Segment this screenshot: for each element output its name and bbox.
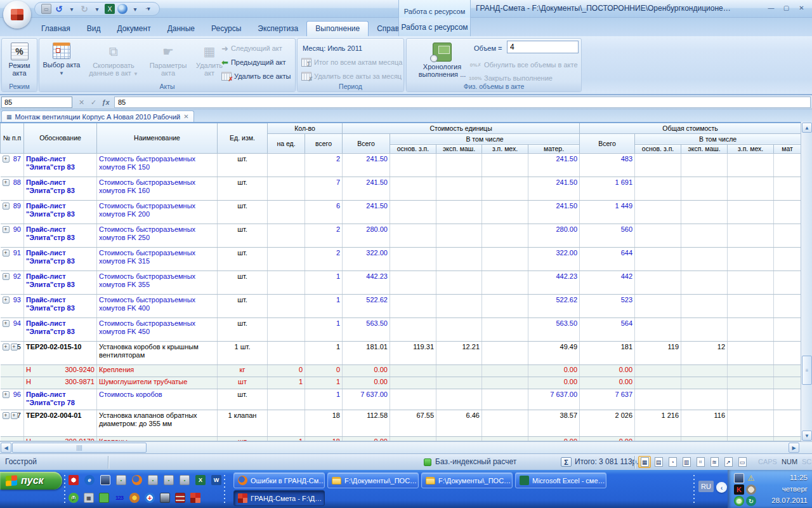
per-unit-cell[interactable] bbox=[268, 247, 305, 271]
row-total-cell[interactable]: 1 449 bbox=[580, 200, 635, 224]
qty-cell[interactable]: 1 bbox=[305, 318, 343, 341]
name-cell[interactable]: Стоимость коробов bbox=[97, 389, 218, 410]
expand-plus-icon[interactable]: + bbox=[3, 156, 10, 163]
estimate-view-icon[interactable]: ▦ bbox=[638, 456, 651, 468]
machines-cell[interactable] bbox=[436, 318, 482, 341]
drive-icon[interactable]: ▪ bbox=[164, 475, 174, 485]
total-mech-salary-cell[interactable] bbox=[728, 364, 774, 377]
row-total-cell[interactable]: 181 bbox=[580, 341, 635, 364]
base-salary-cell[interactable] bbox=[390, 318, 436, 341]
total-machines-cell[interactable] bbox=[681, 247, 728, 271]
machines-cell[interactable] bbox=[436, 200, 482, 224]
speaker-icon[interactable] bbox=[746, 485, 756, 495]
month-total-button[interactable]: Σ Итог по всем актам месяца bbox=[301, 56, 402, 69]
drive-icon[interactable]: ▪ bbox=[148, 475, 158, 485]
total-base-salary-cell[interactable] bbox=[635, 389, 681, 410]
tray-collapse-icon[interactable]: ‹ bbox=[716, 482, 727, 493]
base-salary-cell[interactable] bbox=[390, 153, 436, 177]
machines-cell[interactable] bbox=[436, 153, 482, 177]
base-salary-cell[interactable] bbox=[390, 389, 436, 410]
unit-price-cell[interactable]: 241.50 bbox=[343, 177, 390, 200]
expand-plus-icon[interactable]: + bbox=[3, 203, 10, 210]
mech-salary-cell[interactable] bbox=[482, 341, 528, 364]
materials-cell[interactable]: 241.50 bbox=[528, 200, 580, 224]
total-machines-cell[interactable] bbox=[681, 271, 728, 294]
total-materials-cell[interactable] bbox=[774, 224, 801, 247]
name-cell[interactable]: Шумоглушители трубчатые bbox=[97, 377, 218, 389]
total-base-salary-cell[interactable] bbox=[635, 271, 681, 294]
cancel-icon[interactable]: ✕ bbox=[76, 97, 87, 107]
unit-cell[interactable]: шт bbox=[218, 377, 268, 389]
total-materials-cell[interactable] bbox=[774, 341, 801, 364]
mech-salary-cell[interactable] bbox=[482, 410, 528, 436]
unit-cell[interactable]: шт. bbox=[218, 153, 268, 177]
unit-price-cell[interactable]: 280.00 bbox=[343, 224, 390, 247]
row-total-cell[interactable]: 7 637 bbox=[580, 389, 635, 410]
kaspersky-icon[interactable]: K bbox=[734, 485, 744, 495]
minimize-icon[interactable]: — bbox=[764, 3, 778, 13]
unit-price-cell[interactable]: 563.50 bbox=[343, 318, 390, 341]
expand-plus-icon[interactable]: + bbox=[3, 273, 10, 280]
language-indicator[interactable]: RU bbox=[698, 481, 714, 492]
unit-cell[interactable]: шт. bbox=[218, 247, 268, 271]
unit-cell[interactable]: шт. bbox=[218, 200, 268, 224]
mech-salary-cell[interactable] bbox=[482, 294, 528, 318]
preview-globe-icon[interactable] bbox=[117, 4, 128, 14]
machines-cell[interactable] bbox=[436, 436, 482, 441]
phone-icon[interactable] bbox=[99, 493, 109, 503]
justification-cell[interactable]: ТЕР20-02-004-01 bbox=[24, 410, 97, 436]
chronology-button[interactable]: Хронология выполнения ... bbox=[410, 41, 474, 82]
materials-cell[interactable]: 442.23 bbox=[528, 271, 580, 294]
display-icon[interactable] bbox=[734, 473, 744, 483]
per-unit-cell[interactable] bbox=[268, 410, 305, 436]
total-base-salary-cell[interactable] bbox=[635, 177, 681, 200]
customize-icon[interactable]: ⸱▾ bbox=[143, 4, 153, 14]
total-machines-cell[interactable] bbox=[681, 318, 728, 341]
materials-cell[interactable]: 49.49 bbox=[528, 341, 580, 364]
total-mech-salary-cell[interactable] bbox=[728, 271, 774, 294]
total-mech-salary-cell[interactable] bbox=[728, 200, 774, 224]
justification-cell[interactable]: Прайс-лист"Элита"стр 83 bbox=[24, 271, 97, 294]
qty-cell[interactable]: 1 bbox=[305, 271, 343, 294]
mech-salary-cell[interactable] bbox=[482, 318, 528, 341]
qty-cell[interactable]: 2 bbox=[305, 153, 343, 177]
total-mech-salary-cell[interactable] bbox=[728, 294, 774, 318]
total-materials-cell[interactable] bbox=[774, 364, 801, 377]
base-salary-cell[interactable] bbox=[390, 200, 436, 224]
materials-cell[interactable]: 322.00 bbox=[528, 247, 580, 271]
grand-icon[interactable] bbox=[190, 493, 200, 503]
total-materials-cell[interactable] bbox=[774, 389, 801, 410]
name-cell[interactable]: Стоимость быстроразъемных хомутов FK 160 bbox=[97, 177, 218, 200]
resource-view-icon[interactable]: ◔ bbox=[666, 456, 679, 468]
total-machines-cell[interactable] bbox=[681, 224, 728, 247]
tab-Экспертиза[interactable]: Экспертиза bbox=[249, 22, 306, 36]
machines-cell[interactable] bbox=[436, 377, 482, 389]
resource-code-cell[interactable]: Н300-9871 bbox=[24, 377, 97, 389]
total-mech-salary-cell[interactable] bbox=[728, 318, 774, 341]
num-cell[interactable]: 89+ bbox=[1, 200, 24, 224]
horizontal-scroll-thumb[interactable]: |||| bbox=[12, 443, 147, 453]
per-unit-cell[interactable] bbox=[268, 224, 305, 247]
total-machines-cell[interactable] bbox=[681, 436, 728, 441]
per-unit-cell[interactable] bbox=[268, 153, 305, 177]
justification-cell[interactable]: Прайс-лист"Элита"стр 83 bbox=[24, 200, 97, 224]
name-cell[interactable]: Установка клапанов обратных диаметром: д… bbox=[97, 410, 218, 436]
num-cell[interactable]: 92+ bbox=[1, 271, 24, 294]
unit-price-cell[interactable]: 522.62 bbox=[343, 294, 390, 318]
total-mech-salary-cell[interactable] bbox=[728, 389, 774, 410]
machines-cell[interactable] bbox=[436, 177, 482, 200]
tab-Документ[interactable]: Документ bbox=[108, 22, 159, 36]
base-salary-cell[interactable] bbox=[390, 377, 436, 389]
machines-cell[interactable] bbox=[436, 389, 482, 410]
total-machines-cell[interactable] bbox=[681, 200, 728, 224]
total-base-salary-cell[interactable] bbox=[635, 224, 681, 247]
act-mode-button[interactable]: % Режим акта bbox=[4, 41, 35, 82]
qty-cell[interactable]: 1 bbox=[305, 389, 343, 410]
per-unit-cell[interactable]: 1 bbox=[268, 436, 305, 441]
expand-plus-icon[interactable]: + bbox=[3, 297, 10, 304]
month-selector[interactable]: Месяц: Июль 2011 bbox=[303, 42, 362, 55]
unit-cell[interactable]: шт. bbox=[218, 389, 268, 410]
total-materials-cell[interactable] bbox=[774, 247, 801, 271]
total-base-salary-cell[interactable]: 1 216 bbox=[635, 410, 681, 436]
tab-Данные[interactable]: Данные bbox=[159, 22, 203, 36]
